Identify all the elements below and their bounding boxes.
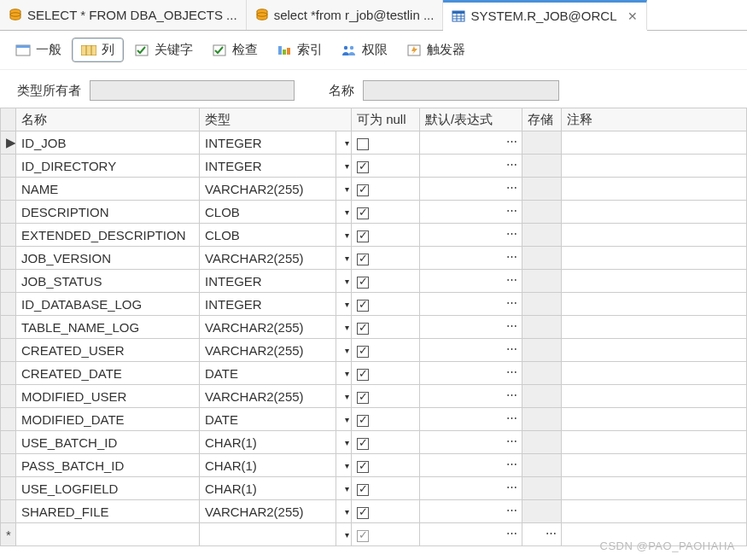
close-icon[interactable]: ✕ <box>627 9 638 23</box>
type-dropdown[interactable]: ▾ <box>336 224 352 247</box>
cell-storage[interactable] <box>522 431 562 454</box>
table-row[interactable]: CREATED_USERVARCHAR2(255)▾⋯ <box>1 339 747 362</box>
cell-nullable[interactable] <box>352 477 420 500</box>
cell-type[interactable]: CHAR(1) <box>200 454 336 477</box>
type-dropdown[interactable]: ▾ <box>336 477 352 500</box>
cell-default[interactable]: ⋯ <box>420 523 522 546</box>
cell-default[interactable]: ⋯ <box>420 408 522 431</box>
header-type[interactable]: 类型 <box>200 108 352 131</box>
cell-nullable[interactable] <box>352 316 420 339</box>
cell-name[interactable]: ID_DATABASE_LOG <box>16 293 200 316</box>
cell-default[interactable]: ⋯ <box>420 131 522 155</box>
cell-name[interactable] <box>16 523 200 546</box>
header-default[interactable]: 默认/表达式 <box>420 108 522 131</box>
cell-type[interactable]: INTEGER <box>200 270 336 293</box>
cell-default[interactable]: ⋯ <box>420 454 522 477</box>
cell-type[interactable]: CHAR(1) <box>200 431 336 454</box>
cell-comment[interactable] <box>562 293 747 316</box>
cell-nullable[interactable] <box>352 408 420 431</box>
cell-nullable[interactable] <box>352 270 420 293</box>
cell-default[interactable]: ⋯ <box>420 385 522 408</box>
cell-storage[interactable] <box>522 339 562 362</box>
type-dropdown[interactable]: ▾ <box>336 155 352 178</box>
subtab-check[interactable]: 检查 <box>203 38 266 61</box>
cell-comment[interactable] <box>562 201 747 224</box>
cell-comment[interactable] <box>562 131 747 155</box>
cell-default[interactable]: ⋯ <box>420 316 522 339</box>
tab-table-rjob[interactable]: SYSTEM.R_JOB@ORCL ✕ <box>443 0 646 31</box>
cell-type[interactable]: CHAR(1) <box>200 477 336 500</box>
cell-storage[interactable] <box>522 362 562 385</box>
header-name[interactable]: 名称 <box>16 108 200 131</box>
cell-default[interactable]: ⋯ <box>420 224 522 247</box>
table-row[interactable]: MODIFIED_DATEDATE▾⋯ <box>1 408 747 431</box>
cell-nullable[interactable] <box>352 339 420 362</box>
cell-type[interactable]: CLOB <box>200 201 336 224</box>
cell-nullable[interactable] <box>352 500 420 523</box>
type-dropdown[interactable]: ▾ <box>336 131 352 155</box>
cell-storage[interactable] <box>522 408 562 431</box>
cell-nullable[interactable] <box>352 362 420 385</box>
cell-comment[interactable] <box>562 454 747 477</box>
cell-storage[interactable] <box>522 270 562 293</box>
cell-type[interactable]: INTEGER <box>200 155 336 178</box>
cell-name[interactable]: NAME <box>16 178 200 201</box>
type-dropdown[interactable]: ▾ <box>336 178 352 201</box>
cell-storage[interactable] <box>522 155 562 178</box>
subtab-trigger[interactable]: 触发器 <box>398 38 474 61</box>
cell-comment[interactable] <box>562 155 747 178</box>
cell-comment[interactable] <box>562 431 747 454</box>
cell-type[interactable]: VARCHAR2(255) <box>200 247 336 270</box>
table-row[interactable]: EXTENDED_DESCRIPTIONCLOB▾⋯ <box>1 224 747 247</box>
cell-name[interactable]: CREATED_DATE <box>16 362 200 385</box>
type-dropdown[interactable]: ▾ <box>336 339 352 362</box>
table-row[interactable]: NAMEVARCHAR2(255)▾⋯ <box>1 178 747 201</box>
type-dropdown[interactable]: ▾ <box>336 362 352 385</box>
cell-name[interactable]: MODIFIED_USER <box>16 385 200 408</box>
type-dropdown[interactable]: ▾ <box>336 431 352 454</box>
cell-nullable[interactable] <box>352 247 420 270</box>
cell-type[interactable]: DATE <box>200 408 336 431</box>
cell-default[interactable]: ⋯ <box>420 178 522 201</box>
table-row[interactable]: SHARED_FILEVARCHAR2(255)▾⋯ <box>1 500 747 523</box>
subtab-keywords[interactable]: 关键字 <box>125 38 201 61</box>
cell-type[interactable]: VARCHAR2(255) <box>200 385 336 408</box>
type-dropdown[interactable]: ▾ <box>336 201 352 224</box>
cell-type[interactable]: CLOB <box>200 224 336 247</box>
cell-nullable[interactable] <box>352 131 420 155</box>
cell-storage[interactable] <box>522 201 562 224</box>
cell-nullable[interactable] <box>352 523 420 546</box>
cell-nullable[interactable] <box>352 454 420 477</box>
cell-name[interactable]: USE_BATCH_ID <box>16 431 200 454</box>
cell-default[interactable]: ⋯ <box>420 362 522 385</box>
cell-default[interactable]: ⋯ <box>420 247 522 270</box>
cell-type[interactable]: INTEGER <box>200 131 336 155</box>
cell-comment[interactable] <box>562 270 747 293</box>
header-nullable[interactable]: 可为 null <box>352 108 420 131</box>
table-row[interactable]: USE_BATCH_IDCHAR(1)▾⋯ <box>1 431 747 454</box>
header-comment[interactable]: 注释 <box>562 108 747 131</box>
tab-sql-1[interactable]: SELECT * FROM DBA_OBJECTS ... <box>0 0 247 30</box>
table-row[interactable]: CREATED_DATEDATE▾⋯ <box>1 362 747 385</box>
cell-default[interactable]: ⋯ <box>420 270 522 293</box>
cell-comment[interactable] <box>562 477 747 500</box>
cell-default[interactable]: ⋯ <box>420 339 522 362</box>
type-dropdown[interactable]: ▾ <box>336 247 352 270</box>
cell-nullable[interactable] <box>352 201 420 224</box>
table-row[interactable]: ID_DATABASE_LOGINTEGER▾⋯ <box>1 293 747 316</box>
tab-sql-2[interactable]: select *from r_job@testlin ... <box>247 0 444 30</box>
subtab-permissions[interactable]: 权限 <box>333 38 396 61</box>
cell-comment[interactable] <box>562 316 747 339</box>
cell-name[interactable]: TABLE_NAME_LOG <box>16 316 200 339</box>
table-row[interactable]: USE_LOGFIELDCHAR(1)▾⋯ <box>1 477 747 500</box>
type-dropdown[interactable]: ▾ <box>336 270 352 293</box>
cell-storage[interactable] <box>522 178 562 201</box>
cell-nullable[interactable] <box>352 224 420 247</box>
cell-name[interactable]: SHARED_FILE <box>16 500 200 523</box>
subtab-index[interactable]: 索引 <box>268 38 331 61</box>
table-row[interactable]: ID_DIRECTORYINTEGER▾⋯ <box>1 155 747 178</box>
cell-type[interactable]: VARCHAR2(255) <box>200 316 336 339</box>
cell-name[interactable]: JOB_STATUS <box>16 270 200 293</box>
cell-comment[interactable] <box>562 385 747 408</box>
cell-name[interactable]: DESCRIPTION <box>16 201 200 224</box>
